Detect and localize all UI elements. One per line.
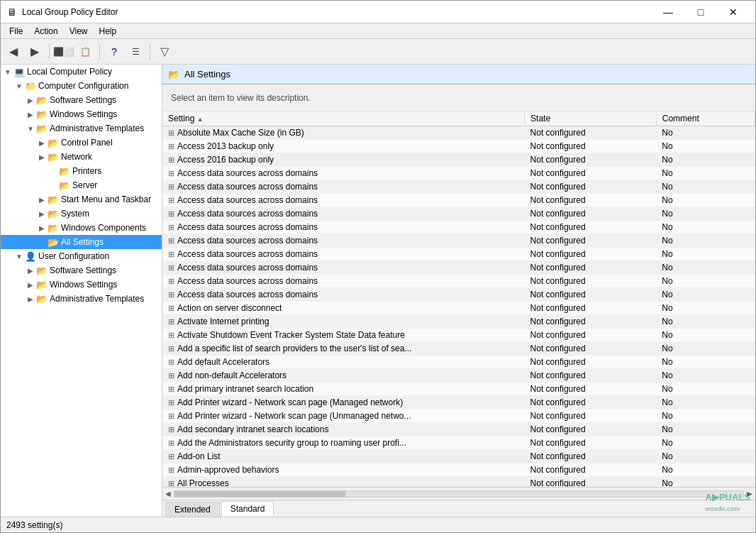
- table-row[interactable]: ⊞Add secondary intranet search locations…: [162, 423, 755, 436]
- cell-state: Not configured: [525, 410, 657, 423]
- expand-local-computer-policy[interactable]: ▼: [2, 66, 13, 77]
- back-button[interactable]: ◀: [4, 42, 23, 62]
- description-text: Select an item to view its description.: [171, 93, 311, 103]
- expand-software-settings-user[interactable]: ▶: [25, 265, 36, 276]
- table-row[interactable]: ⊞Add primary intranet search location No…: [162, 383, 755, 396]
- forward-button[interactable]: ▶: [25, 42, 45, 62]
- column-header-setting[interactable]: Setting ▲: [162, 111, 525, 126]
- tree-item-computer-configuration[interactable]: ▼ 📁 Computer Configuration: [1, 79, 162, 93]
- table-row[interactable]: ⊞Access data sources across domains Not …: [162, 261, 755, 275]
- table-row[interactable]: ⊞Access 2013 backup only Not configured …: [162, 140, 755, 153]
- cell-setting: ⊞Add primary intranet search location: [162, 383, 525, 396]
- expand-software-settings[interactable]: ▶: [25, 94, 36, 106]
- table-row[interactable]: ⊞Access data sources across domains Not …: [162, 234, 755, 248]
- cell-setting: ⊞Access data sources across domains: [162, 275, 525, 288]
- horizontal-scrollbar[interactable]: [174, 490, 744, 498]
- tree-item-control-panel[interactable]: ▶ 📂 Control Panel: [1, 136, 162, 150]
- tree-item-software-settings[interactable]: ▶ 📂 Software Settings: [1, 93, 162, 107]
- tree-item-windows-settings[interactable]: ▶ 📂 Windows Settings: [1, 107, 162, 121]
- cell-state: Not configured: [525, 396, 657, 410]
- table-row[interactable]: ⊞Add the Administrators security group t…: [162, 436, 755, 450]
- show-hide-button[interactable]: ⬛⬜: [54, 42, 74, 62]
- table-row[interactable]: ⊞Add a specific list of search providers…: [162, 342, 755, 356]
- table-row[interactable]: ⊞Add default Accelerators Not configured…: [162, 356, 755, 369]
- tree-item-local-computer-policy[interactable]: ▼ 💻 Local Computer Policy: [1, 65, 162, 79]
- properties-button[interactable]: 📋: [75, 42, 95, 62]
- menu-action[interactable]: Action: [28, 25, 63, 38]
- table-row[interactable]: ⊞Add Printer wizard - Network scan page …: [162, 396, 755, 410]
- expand-start-menu-taskbar[interactable]: ▶: [36, 194, 48, 205]
- tree-item-all-settings[interactable]: 📂 All Settings: [1, 235, 162, 249]
- cell-comment: No: [656, 315, 755, 329]
- tree-item-network[interactable]: ▶ 📂 Network: [1, 150, 162, 164]
- table-row[interactable]: ⊞Absolute Max Cache Size (in GB) Not con…: [162, 126, 755, 140]
- expand-computer-configuration[interactable]: ▼: [13, 80, 25, 92]
- table-row[interactable]: ⊞Add Printer wizard - Network scan page …: [162, 410, 755, 423]
- table-row[interactable]: ⊞Activate Internet printing Not configur…: [162, 315, 755, 329]
- tree-item-printers[interactable]: ▶ 📂 Printers: [1, 164, 162, 178]
- menu-view[interactable]: View: [64, 25, 94, 38]
- cell-state: Not configured: [525, 261, 657, 275]
- table-row[interactable]: ⊞Action on server disconnect Not configu…: [162, 302, 755, 315]
- cell-state: Not configured: [525, 369, 657, 383]
- expand-windows-settings[interactable]: ▶: [25, 109, 36, 120]
- cell-comment: No: [656, 180, 755, 194]
- expand-administrative-templates-user[interactable]: ▶: [25, 293, 36, 304]
- cell-comment: No: [656, 356, 755, 369]
- tree-label-windows-settings-user: Windows Settings: [50, 280, 117, 290]
- menu-help[interactable]: Help: [94, 25, 123, 38]
- table-row[interactable]: ⊞Access data sources across domains Not …: [162, 221, 755, 234]
- help-toolbar-button[interactable]: ?: [104, 42, 124, 62]
- menu-file[interactable]: File: [4, 25, 28, 38]
- view-button[interactable]: ☰: [126, 42, 145, 62]
- tree-item-windows-components[interactable]: ▶ 📂 Windows Components: [1, 221, 162, 235]
- table-row[interactable]: ⊞Access data sources across domains Not …: [162, 180, 755, 194]
- tree-item-system[interactable]: ▶ 📂 System: [1, 207, 162, 221]
- column-header-comment[interactable]: Comment: [656, 111, 755, 126]
- scroll-left-btn[interactable]: ◀: [165, 490, 171, 498]
- cell-comment: No: [656, 288, 755, 302]
- table-row[interactable]: ⊞All Processes Not configured No: [162, 477, 755, 488]
- scroll-right-btn[interactable]: ▶: [747, 490, 752, 498]
- tree-item-administrative-templates[interactable]: ▼ 📂 Administrative Templates: [1, 121, 162, 136]
- minimize-button[interactable]: —: [652, 1, 684, 23]
- cell-setting: ⊞Add Printer wizard - Network scan page …: [162, 396, 525, 410]
- table-row[interactable]: ⊞Add-on List Not configured No: [162, 450, 755, 463]
- cell-state: Not configured: [525, 248, 657, 261]
- tree-icon-start-menu-taskbar: 📂: [48, 194, 59, 205]
- tree-item-start-menu-taskbar[interactable]: ▶ 📂 Start Menu and Taskbar: [1, 192, 162, 207]
- table-row[interactable]: ⊞Add non-default Accelerators Not config…: [162, 369, 755, 383]
- tree-item-server[interactable]: ▶ 📂 Server: [1, 178, 162, 192]
- tree-item-software-settings-user[interactable]: ▶ 📂 Software Settings: [1, 263, 162, 278]
- table-row[interactable]: ⊞Access data sources across domains Not …: [162, 248, 755, 261]
- cell-comment: No: [656, 463, 755, 477]
- expand-windows-settings-user[interactable]: ▶: [25, 279, 36, 290]
- table-row[interactable]: ⊞Access data sources across domains Not …: [162, 194, 755, 207]
- tree-label-start-menu-taskbar: Start Menu and Taskbar: [61, 194, 151, 204]
- cell-comment: No: [656, 369, 755, 383]
- table-row[interactable]: ⊞Admin-approved behaviors Not configured…: [162, 463, 755, 477]
- table-row[interactable]: ⊞Access 2016 backup only Not configured …: [162, 153, 755, 167]
- table-row[interactable]: ⊞Access data sources across domains Not …: [162, 275, 755, 288]
- maximize-button[interactable]: □: [684, 1, 717, 23]
- expand-windows-components[interactable]: ▶: [36, 222, 48, 233]
- table-row[interactable]: ⊞Access data sources across domains Not …: [162, 207, 755, 221]
- expand-administrative-templates[interactable]: ▼: [25, 123, 36, 134]
- expand-system[interactable]: ▶: [36, 208, 48, 219]
- tree-item-user-configuration[interactable]: ▼ 👤 User Configuration: [1, 249, 162, 263]
- table-row[interactable]: ⊞Access data sources across domains Not …: [162, 288, 755, 302]
- close-button[interactable]: ✕: [717, 1, 750, 23]
- expand-user-configuration[interactable]: ▼: [13, 251, 25, 262]
- tab-extended[interactable]: Extended: [165, 502, 220, 517]
- table-row[interactable]: ⊞Access data sources across domains Not …: [162, 167, 755, 180]
- table-row[interactable]: ⊞Activate Shutdown Event Tracker System …: [162, 329, 755, 342]
- expand-control-panel[interactable]: ▶: [36, 137, 48, 148]
- cell-state: Not configured: [525, 167, 657, 180]
- column-header-state[interactable]: State: [525, 111, 657, 126]
- settings-table-container[interactable]: Setting ▲ State Comment ⊞Absolute Max Ca…: [162, 111, 755, 487]
- filter-button[interactable]: ▽: [155, 42, 174, 62]
- tree-item-windows-settings-user[interactable]: ▶ 📂 Windows Settings: [1, 278, 162, 292]
- expand-network[interactable]: ▶: [36, 151, 48, 163]
- tree-item-administrative-templates-user[interactable]: ▶ 📂 Administrative Templates: [1, 292, 162, 306]
- tab-standard[interactable]: Standard: [221, 501, 274, 517]
